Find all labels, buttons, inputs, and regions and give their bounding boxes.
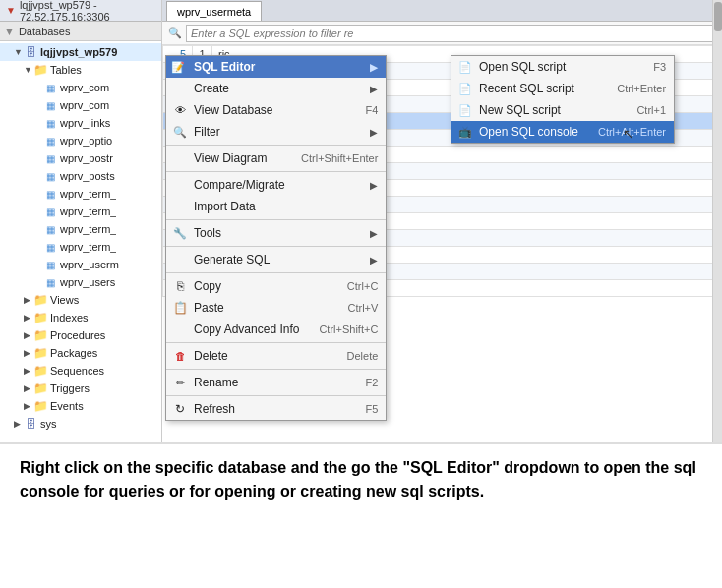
content-area: wprv_usermeta 🔍 5 1 ric 6 1 7 1 con 8 1 (162, 0, 722, 442)
table-content: 5 1 ric 6 1 7 1 con 8 1 adm 9 1 use_ 10 … (162, 45, 722, 442)
connection-bar: ▼ lqjjvpst_wp579 - 72.52.175.16:3306 (0, 0, 161, 22)
table-row[interactable]: 19 1 wpr (163, 280, 722, 297)
tree-table-item[interactable]: ▦wprv_term_ (0, 203, 161, 220)
row-num: 12 (163, 163, 193, 180)
table-row[interactable]: 17 1 con (163, 247, 722, 264)
row-num: 10 (163, 130, 193, 147)
tree-sys-db[interactable]: ▶🗄sys (0, 415, 161, 433)
tree-area: ▼ 🗄 lqjjvpst_wp579 ▼ 📁 Tables ▦wprv_com … (0, 41, 161, 435)
bottom-text-area: Right click on the specific database and… (0, 442, 722, 588)
row-num: 6 (163, 63, 193, 80)
tree-table-item[interactable]: ▦wprv_com (0, 79, 161, 96)
sidebar-header: ▼ Databases (0, 22, 161, 41)
row-num: 9 (163, 113, 193, 130)
tree-views-folder[interactable]: ▶📁Views (0, 291, 161, 309)
table-row[interactable]: 11 1 loc (163, 147, 722, 163)
tree-db-node[interactable]: ▼ 🗄 lqjjvpst_wp579 (0, 43, 161, 61)
row-num: 7 (163, 80, 193, 96)
tab-usermeta[interactable]: wprv_usermeta (166, 1, 262, 21)
tree-procedures-folder[interactable]: ▶📁Procedures (0, 326, 161, 344)
row-val: 1 (193, 247, 212, 264)
data-table: 5 1 ric 6 1 7 1 con 8 1 adm 9 1 use_ 10 … (162, 45, 722, 297)
row-val: 1 (193, 163, 212, 180)
row-num: 8 (163, 96, 193, 113)
row-val: 1 (193, 230, 212, 247)
row-val: 1 (193, 96, 212, 113)
tree-table-item[interactable]: ▦wprv_posts (0, 167, 161, 185)
tree-triggers-folder[interactable]: ▶📁Triggers (0, 380, 161, 397)
table-row[interactable]: 8 1 adm (163, 96, 722, 113)
row-text (212, 63, 722, 80)
row-val: 1 (193, 80, 212, 96)
tree-table-item[interactable]: ▦wprv_term_ (0, 185, 161, 203)
row-num: 18 (163, 264, 193, 280)
row-num: 17 (163, 247, 193, 264)
row-text (212, 230, 722, 247)
tree-table-item[interactable]: ▦wprv_postr (0, 149, 161, 167)
table-row[interactable]: 6 1 (163, 63, 722, 80)
row-text: sho (212, 130, 722, 147)
row-num: 19 (163, 280, 193, 297)
row-text: loc (212, 147, 722, 163)
table-row[interactable]: 7 1 con (163, 80, 722, 96)
row-text: use_ (212, 113, 722, 130)
table-row[interactable]: 9 1 use_ (163, 113, 722, 130)
row-val: 1 (193, 197, 212, 213)
table-row[interactable]: 5 1 ric (163, 46, 722, 63)
filter-bar: 🔍 (162, 22, 722, 45)
tree-table-item[interactable]: ▦wprv_optio (0, 132, 161, 149)
tree-packages-folder[interactable]: ▶📁Packages (0, 344, 161, 362)
tree-table-item[interactable]: ▦wprv_term_ (0, 220, 161, 238)
table-row[interactable]: 13 1 dis (163, 180, 722, 197)
connection-label: lqjjvpst_wp579 - 72.52.175.16:3306 (20, 0, 155, 23)
table-row[interactable]: 10 1 sho (163, 130, 722, 147)
row-num: 16 (163, 230, 193, 247)
row-num: 11 (163, 147, 193, 163)
bottom-text: Right click on the specific database and… (20, 456, 702, 503)
table-row[interactable]: 15 1 ses (163, 213, 722, 230)
row-text: sho (212, 197, 722, 213)
tree-sequences-folder[interactable]: ▶📁Sequences (0, 362, 161, 380)
row-val: 1 (193, 46, 212, 63)
row-num: 14 (163, 197, 193, 213)
row-val: 1 (193, 280, 212, 297)
row-val: 1 (193, 213, 212, 230)
row-val: 1 (193, 130, 212, 147)
row-text: con (212, 247, 722, 264)
row-val: 1 (193, 180, 212, 197)
tree-indexes-folder[interactable]: ▶📁Indexes (0, 309, 161, 326)
tree-events-folder[interactable]: ▶📁Events (0, 397, 161, 415)
table-row[interactable]: 18 1 (163, 264, 722, 280)
filter-input[interactable] (186, 25, 716, 42)
tree-table-item[interactable]: ▦wprv_com (0, 96, 161, 114)
row-text: wpr (212, 280, 722, 297)
row-val: 1 (193, 113, 212, 130)
row-text: con (212, 80, 722, 96)
databases-label: Databases (19, 26, 71, 37)
table-row[interactable]: 12 1 wpr (163, 163, 722, 180)
tree-tables-folder[interactable]: ▼ 📁 Tables (0, 61, 161, 79)
row-val: 1 (193, 264, 212, 280)
row-text: ric (212, 46, 722, 63)
tab-bar: wprv_usermeta (162, 0, 722, 22)
table-row[interactable]: 14 1 sho (163, 197, 722, 213)
row-text: wpr (212, 163, 722, 180)
row-num: 5 (163, 46, 193, 63)
row-num: 13 (163, 180, 193, 197)
filter-icon: 🔍 (168, 27, 182, 39)
row-num: 15 (163, 213, 193, 230)
tree-table-item[interactable]: ▦wprv_term_ (0, 238, 161, 256)
row-text: adm (212, 96, 722, 113)
tree-table-item[interactable]: ▦wprv_users (0, 273, 161, 291)
row-text (212, 264, 722, 280)
row-val: 1 (193, 63, 212, 80)
sidebar: ▼ lqjjvpst_wp579 - 72.52.175.16:3306 ▼ D… (0, 0, 162, 442)
table-row[interactable]: 16 1 (163, 230, 722, 247)
row-val: 1 (193, 147, 212, 163)
tab-label: wprv_usermeta (177, 6, 251, 18)
scrollbar-thumb[interactable] (714, 2, 722, 31)
tree-table-item[interactable]: ▦wprv_userm (0, 256, 161, 273)
tree-table-item[interactable]: ▦wprv_links (0, 114, 161, 132)
scrollbar-track[interactable] (712, 0, 722, 442)
row-text: dis (212, 180, 722, 197)
